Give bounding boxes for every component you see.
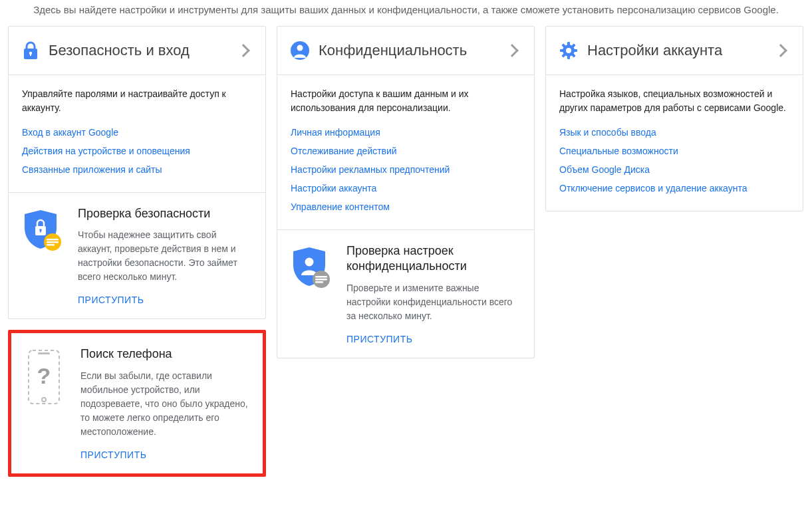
svg-text:?: ? [37, 363, 51, 388]
link-personal-info[interactable]: Личная информация [291, 127, 380, 138]
svg-rect-22 [567, 42, 570, 46]
privacy-desc: Настройки доступа к вашим данным и их ис… [291, 87, 521, 115]
privacy-checkup-cta[interactable]: ПРИСТУПИТЬ [346, 334, 412, 344]
column-account: Настройки аккаунта Настройка языков, спе… [545, 26, 803, 222]
security-card: Безопасность и вход Управляйте паролями … [8, 26, 266, 319]
link-delete-services[interactable]: Отключение сервисов и удаление аккаунта [559, 183, 747, 193]
svg-rect-8 [47, 241, 59, 243]
link-activity-tracking[interactable]: Отслеживание действий [291, 146, 397, 156]
account-desc: Настройка языков, специальных возможност… [559, 87, 789, 115]
privacy-header[interactable]: Конфиденциальность [277, 27, 534, 75]
link-drive-storage[interactable]: Объем Google Диска [559, 164, 650, 175]
security-links: Вход в аккаунт Google Действия на устрой… [22, 127, 252, 175]
svg-rect-9 [47, 244, 55, 245]
chevron-right-icon [237, 44, 250, 57]
security-title: Безопасность и вход [49, 42, 239, 59]
find-phone-cta[interactable]: ПРИСТУПИТЬ [80, 449, 146, 460]
privacy-links: Личная информация Отслеживание действий … [291, 127, 521, 212]
account-card: Настройки аккаунта Настройка языков, спе… [545, 26, 803, 211]
svg-rect-24 [560, 49, 564, 52]
find-phone-title: Поиск телефона [80, 346, 249, 362]
security-checkup-cta[interactable]: ПРИСТУПИТЬ [78, 295, 144, 305]
shield-lock-icon [22, 206, 68, 305]
privacy-checkup-section: Проверка настроек конфиденциальности Про… [277, 229, 534, 358]
chevron-right-icon [505, 44, 519, 57]
account-title: Настройки аккаунта [587, 42, 776, 59]
phone-question-icon: ? [25, 346, 71, 459]
find-phone-card: ? Поиск телефона Если вы забыли, где ост… [8, 330, 266, 476]
page-intro: Здесь вы найдете настройки и инструменты… [0, 0, 812, 21]
svg-rect-11 [38, 352, 50, 354]
svg-rect-18 [315, 276, 327, 277]
link-signin-google[interactable]: Вход в аккаунт Google [22, 127, 118, 138]
privacy-card: Конфиденциальность Настройки доступа к в… [277, 26, 535, 358]
column-privacy: Конфиденциальность Настройки доступа к в… [277, 26, 535, 369]
column-security: Безопасность и вход Управляйте паролями … [8, 26, 266, 487]
link-account-settings[interactable]: Настройки аккаунта [291, 183, 376, 193]
account-header[interactable]: Настройки аккаунта [546, 27, 803, 75]
shield-person-icon [291, 243, 337, 344]
account-body: Настройка языков, специальных возможност… [546, 75, 803, 211]
svg-rect-19 [315, 279, 327, 280]
find-phone-section: ? Поиск телефона Если вы забыли, где ост… [11, 333, 263, 473]
svg-point-30 [566, 48, 571, 53]
link-accessibility[interactable]: Специальные возможности [559, 146, 678, 156]
svg-rect-5 [40, 230, 41, 233]
svg-point-15 [297, 45, 303, 51]
privacy-body: Настройки доступа к вашим данным и их ис… [277, 75, 534, 229]
privacy-checkup-desc: Проверьте и измените важные настройки ко… [346, 281, 521, 323]
security-body: Управляйте паролями и настраивайте досту… [9, 75, 265, 192]
person-icon [291, 41, 309, 60]
privacy-checkup-title: Проверка настроек конфиденциальности [346, 243, 521, 275]
privacy-title: Конфиденциальность [319, 42, 507, 59]
svg-rect-23 [567, 55, 570, 59]
gear-icon [559, 41, 578, 60]
link-ads-settings[interactable]: Настройки рекламных предпочтений [291, 164, 450, 175]
svg-point-16 [305, 258, 314, 267]
svg-rect-7 [47, 239, 59, 240]
svg-rect-2 [30, 53, 31, 56]
link-device-activity[interactable]: Действия на устройстве и оповещения [22, 146, 190, 156]
security-checkup-desc: Чтобы надежнее защитить свой аккаунт, пр… [78, 228, 252, 284]
lock-icon [22, 41, 39, 60]
account-links: Язык и способы ввода Специальные возможн… [559, 127, 789, 193]
svg-rect-20 [315, 281, 323, 283]
svg-rect-25 [573, 49, 577, 52]
link-connected-apps[interactable]: Связанные приложения и сайты [22, 164, 162, 175]
link-language-input[interactable]: Язык и способы ввода [559, 127, 656, 138]
svg-point-12 [42, 398, 46, 402]
chevron-right-icon [774, 44, 787, 57]
security-checkup-title: Проверка безопасности [78, 206, 252, 221]
security-header[interactable]: Безопасность и вход [9, 27, 265, 75]
link-content-management[interactable]: Управление контентом [291, 201, 390, 212]
columns-container: Безопасность и вход Управляйте паролями … [0, 21, 812, 498]
security-desc: Управляйте паролями и настраивайте досту… [22, 87, 252, 115]
security-checkup-section: Проверка безопасности Чтобы надежнее защ… [9, 192, 265, 319]
find-phone-desc: Если вы забыли, где оставили мобильное у… [80, 369, 249, 439]
